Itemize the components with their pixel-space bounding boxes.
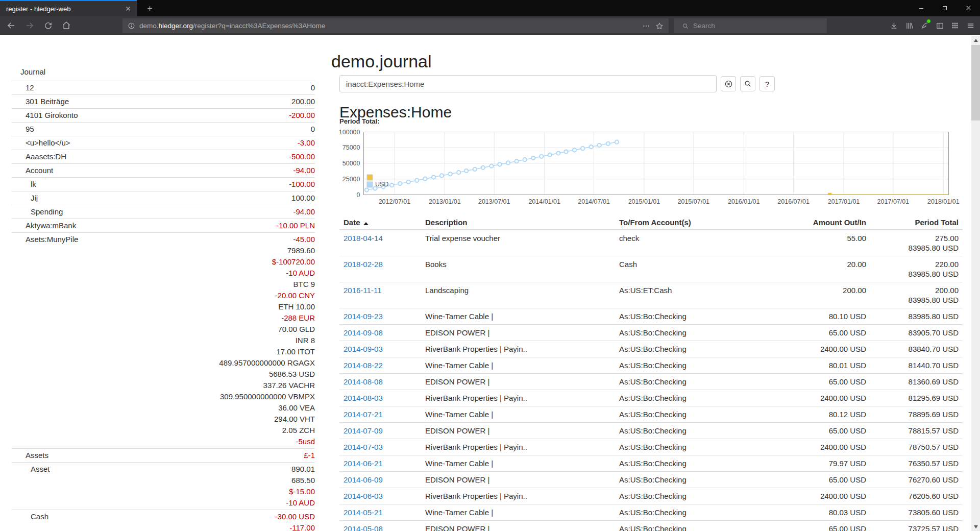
data-point: [440, 174, 444, 177]
url-bar[interactable]: demo.hledger.org/register?q=inacct%3AExp…: [122, 18, 669, 33]
data-point: [415, 179, 419, 182]
extension-quill-icon[interactable]: [917, 18, 932, 33]
account-balances: -30.00 USD-117.00: [275, 511, 315, 531]
search-input[interactable]: Search: [674, 18, 827, 33]
tab-close-icon[interactable]: [122, 3, 134, 14]
sidebar-journal-link[interactable]: Journal: [12, 66, 315, 78]
transaction-date-link[interactable]: 2014-05-21: [344, 508, 383, 517]
register-row: 2014-09-08EDISON POWER |As:US:Bo:Checkin…: [339, 325, 963, 341]
page-actions-icon[interactable]: [642, 22, 650, 30]
account-balance: -117.00: [289, 522, 315, 531]
column-header-period-total[interactable]: Period Total: [870, 215, 963, 230]
account-link[interactable]: Asets:MunyPile: [12, 234, 219, 245]
x-tick-label: 2014/07/01: [578, 198, 610, 205]
account-link[interactable]: 95: [12, 124, 311, 135]
transaction-account: As:US:ET:Cash: [615, 282, 778, 308]
transaction-date-link[interactable]: 2014-07-21: [344, 410, 383, 419]
transaction-date-link[interactable]: 2018-04-14: [344, 234, 383, 243]
transaction-amount: 2400.00 USD: [778, 488, 870, 504]
column-header-account[interactable]: To/From Account(s): [615, 215, 778, 230]
account-link[interactable]: lk: [12, 179, 289, 190]
account-link[interactable]: Aaasets:DH: [12, 151, 289, 162]
column-header-amount[interactable]: Amount Out/In: [778, 215, 870, 230]
data-point: [515, 159, 519, 163]
sidebar-account-row: 4101 Girokonto-200.00: [12, 108, 315, 122]
period-total-line: 83840.70 USD: [874, 344, 959, 354]
help-button[interactable]: ?: [760, 76, 775, 91]
x-tick-label: 2014/01/01: [528, 198, 560, 205]
page-scrollbar[interactable]: [971, 36, 980, 531]
column-header-date[interactable]: Date: [339, 215, 421, 230]
sidebar-toggle-icon[interactable]: [932, 18, 947, 33]
period-total-cell: 78895.69 USD: [870, 406, 963, 423]
account-link[interactable]: Account: [12, 165, 293, 176]
account-link[interactable]: Assets: [12, 450, 304, 461]
data-point: [390, 183, 394, 187]
account-link[interactable]: Asset: [12, 464, 286, 475]
period-total-line: 76270.60 USD: [874, 475, 959, 485]
url-text: demo.hledger.org/register?q=inacct%3AExp…: [139, 22, 325, 30]
transaction-date-link[interactable]: 2014-09-23: [344, 312, 383, 321]
data-point: [365, 188, 369, 192]
transaction-date-link[interactable]: 2014-06-03: [344, 492, 383, 500]
clear-query-button[interactable]: [721, 76, 736, 91]
account-balance: -3.00: [298, 137, 315, 149]
sidebar-accounts: 120301 Beiträge200.004101 Girokonto-200.…: [12, 81, 315, 531]
account-link[interactable]: Cash: [12, 511, 275, 522]
apps-grid-icon[interactable]: [947, 18, 963, 33]
transaction-date-link[interactable]: 2014-06-21: [344, 459, 383, 468]
transaction-date-link[interactable]: 2018-02-28: [344, 260, 383, 269]
new-tab-icon[interactable]: [142, 2, 157, 15]
data-point: [564, 150, 568, 153]
download-icon[interactable]: [886, 18, 901, 33]
transaction-date-link[interactable]: 2014-08-08: [344, 377, 383, 386]
account-link[interactable]: <u>hello</u>: [12, 137, 298, 149]
transaction-date-link[interactable]: 2014-07-09: [344, 426, 383, 435]
transaction-date-link[interactable]: 2014-08-22: [344, 361, 383, 370]
menu-hamburger-icon[interactable]: [963, 18, 978, 33]
chart-label: Period Total:: [339, 117, 379, 125]
reload-icon[interactable]: [40, 18, 56, 33]
transaction-date-link[interactable]: 2014-05-08: [344, 524, 383, 531]
transaction-date-link[interactable]: 2014-07-03: [344, 443, 383, 451]
scroll-up-icon[interactable]: [971, 36, 980, 44]
account-link[interactable]: Spending: [12, 206, 293, 218]
transaction-description: Wine-Tarner Cable |: [421, 308, 615, 325]
transaction-date-link[interactable]: 2014-09-08: [344, 328, 383, 337]
site-info-icon[interactable]: [128, 22, 135, 30]
account-link[interactable]: Aktywa:mBank: [12, 220, 276, 231]
maximize-icon[interactable]: [933, 0, 957, 16]
query-input[interactable]: [339, 75, 717, 92]
run-search-button[interactable]: [740, 76, 755, 91]
account-link[interactable]: 301 Beiträge: [12, 96, 291, 107]
transaction-date-link[interactable]: 2014-09-03: [344, 345, 383, 353]
transaction-date-link[interactable]: 2016-11-11: [344, 286, 382, 295]
bookmark-star-icon[interactable]: [655, 22, 664, 30]
account-link[interactable]: 4101 Girokonto: [12, 110, 289, 121]
account-link[interactable]: 12: [12, 82, 311, 93]
register-row: 2014-06-09EDISON POWER |As:US:Bo:Checkin…: [339, 472, 963, 488]
register-row: 2014-09-03RiverBank Properties | Payin..…: [339, 341, 963, 357]
transaction-amount: 20.00: [778, 256, 870, 282]
minimize-icon[interactable]: [910, 0, 933, 16]
period-total-cell: 73805.60 USD: [870, 504, 963, 521]
y-tick-label: 75000: [342, 144, 360, 151]
account-link[interactable]: Jij: [12, 192, 291, 204]
transaction-date-link[interactable]: 2014-06-09: [344, 475, 383, 484]
browser-tab[interactable]: register - hledger-web: [0, 0, 137, 16]
forward-icon[interactable]: [21, 18, 38, 33]
transaction-description: RiverBank Properties | Payin..: [421, 439, 615, 455]
back-icon[interactable]: [3, 18, 19, 33]
library-icon[interactable]: [901, 18, 917, 33]
close-icon[interactable]: [957, 0, 980, 16]
account-balance: INR 8: [296, 335, 315, 346]
transaction-amount: 79.97 USD: [778, 455, 870, 472]
column-header-description[interactable]: Description: [421, 215, 615, 230]
transaction-date-link[interactable]: 2014-08-03: [344, 394, 383, 402]
scrollbar-thumb[interactable]: [971, 45, 980, 120]
scroll-down-icon[interactable]: [971, 522, 980, 531]
account-balance: £-1: [304, 450, 315, 461]
period-total-line: 81440.70 USD: [874, 360, 959, 370]
home-icon[interactable]: [58, 18, 75, 33]
period-total-line: 78750.57 USD: [874, 442, 959, 452]
